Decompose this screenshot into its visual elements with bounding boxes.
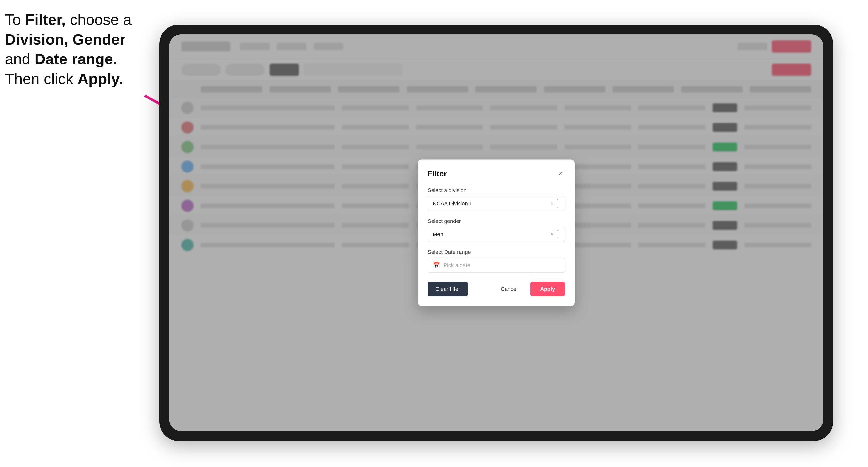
modal-title: Filter	[428, 169, 447, 178]
filter-modal: Filter × Select a division NCAA Division…	[418, 159, 575, 306]
instruction-text: To Filter, choose a Division, Gender and…	[5, 10, 147, 89]
modal-footer: Clear filter Cancel Apply	[428, 282, 565, 297]
date-label: Select Date range	[428, 249, 565, 255]
tablet-frame: Filter × Select a division NCAA Division…	[159, 25, 833, 441]
gender-select[interactable]: Men × ⌃⌄	[428, 227, 565, 242]
apply-button[interactable]: Apply	[530, 282, 565, 297]
close-icon[interactable]: ×	[556, 169, 565, 178]
division-clear-icon[interactable]: ×	[550, 200, 554, 207]
division-group: Select a division NCAA Division I × ⌃⌄	[428, 187, 565, 211]
calendar-icon: 📅	[433, 262, 440, 269]
date-placeholder: Pick a date	[443, 262, 470, 269]
division-select-value: NCAA Division I	[433, 200, 471, 207]
date-group: Select Date range 📅 Pick a date	[428, 249, 565, 273]
gender-label: Select gender	[428, 218, 565, 224]
select-icons: × ⌃⌄	[550, 198, 560, 209]
gender-select-value: Men	[433, 231, 443, 238]
instruction-line1: To Filter, choose a	[5, 11, 132, 28]
division-select[interactable]: NCAA Division I × ⌃⌄	[428, 196, 565, 211]
date-range-bold: Date range.	[35, 51, 117, 67]
cancel-button[interactable]: Cancel	[493, 282, 525, 297]
modal-right-buttons: Cancel Apply	[493, 282, 565, 297]
date-input[interactable]: 📅 Pick a date	[428, 258, 565, 273]
division-label: Select a division	[428, 187, 565, 193]
modal-header: Filter ×	[428, 169, 565, 178]
gender-group: Select gender Men × ⌃⌄	[428, 218, 565, 242]
gender-clear-icon[interactable]: ×	[550, 231, 554, 238]
apply-bold: Apply.	[78, 70, 123, 87]
tablet-screen: Filter × Select a division NCAA Division…	[169, 34, 824, 431]
clear-filter-button[interactable]: Clear filter	[428, 282, 468, 297]
division-gender-bold: Division, Gender	[5, 31, 126, 48]
gender-arrow-icon: ⌃⌄	[556, 229, 560, 240]
select-icons: × ⌃⌄	[550, 229, 560, 240]
instruction-and: and Date range.	[5, 51, 117, 67]
instruction-then: Then click Apply.	[5, 70, 123, 87]
division-arrow-icon: ⌃⌄	[556, 198, 560, 209]
filter-bold: Filter,	[25, 11, 66, 28]
